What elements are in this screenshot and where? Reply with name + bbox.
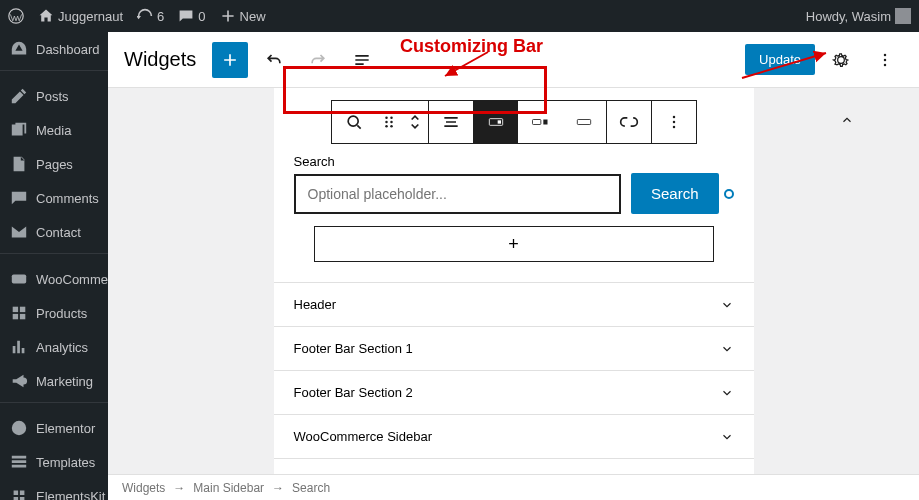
sidebar-item-posts[interactable]: Posts: [0, 79, 108, 113]
button-inside-option[interactable]: [474, 101, 518, 143]
svg-point-25: [672, 121, 675, 124]
chevron-down-icon: [720, 386, 734, 400]
block-toolbar: [331, 100, 697, 144]
list-view-button[interactable]: [344, 42, 380, 78]
area-header[interactable]: Header: [274, 282, 754, 326]
annotation-label: Customizing Bar: [400, 36, 543, 57]
updates-count: 6: [157, 9, 164, 24]
svg-rect-22: [543, 120, 547, 125]
editor-main: Widgets Update: [108, 32, 919, 500]
sidebar-label: Templates: [36, 455, 95, 470]
sidebar-item-comments[interactable]: Comments: [0, 181, 108, 215]
sidebar-label: Dashboard: [36, 42, 100, 57]
search-label[interactable]: Search: [294, 154, 734, 169]
svg-point-15: [385, 121, 388, 124]
sidebar-item-elementskit[interactable]: ElementsKit: [0, 479, 108, 500]
svg-point-16: [390, 121, 393, 124]
sidebar-item-products[interactable]: Products: [0, 296, 108, 330]
sidebar-item-woocommerce[interactable]: WooCommerce: [0, 262, 108, 296]
area-woo-sidebar[interactable]: WooCommerce Sidebar: [274, 414, 754, 458]
updates-link[interactable]: 6: [137, 8, 164, 24]
sidebar-item-analytics[interactable]: Analytics: [0, 330, 108, 364]
comments-link[interactable]: 0: [178, 8, 205, 24]
resize-handle[interactable]: [724, 189, 734, 199]
search-block: Search Optional placeholder... Search +: [274, 154, 754, 262]
undo-button[interactable]: [256, 42, 292, 78]
block-type-button[interactable]: [332, 101, 376, 143]
svg-point-9: [884, 53, 887, 56]
svg-point-26: [672, 126, 675, 129]
sidebar-label: Elementor: [36, 421, 95, 436]
area-label: Footer Bar Section 1: [294, 341, 413, 356]
settings-button[interactable]: [823, 42, 859, 78]
svg-rect-21: [532, 120, 540, 125]
update-button[interactable]: Update: [745, 44, 815, 75]
site-link[interactable]: Juggernaut: [38, 8, 123, 24]
adminbar: Juggernaut 6 0 New Howdy, Wasim: [0, 0, 919, 32]
move-up-down-button[interactable]: [402, 101, 428, 143]
svg-point-18: [390, 125, 393, 128]
sidebar-item-dashboard[interactable]: Dashboard: [0, 32, 108, 66]
sidebar-label: Comments: [36, 191, 99, 206]
more-options-button[interactable]: [867, 42, 903, 78]
sidebar-item-contact[interactable]: Contact: [0, 215, 108, 249]
sidebar-item-marketing[interactable]: Marketing: [0, 364, 108, 398]
editor-body: Search Optional placeholder... Search + …: [108, 88, 919, 500]
avatar: [895, 8, 911, 24]
area-label: Header: [294, 297, 337, 312]
svg-rect-5: [20, 314, 25, 319]
svg-rect-20: [497, 120, 500, 123]
sidebar-item-templates[interactable]: Templates: [0, 445, 108, 479]
sidebar-label: ElementsKit: [36, 489, 105, 501]
new-link[interactable]: New: [220, 8, 266, 24]
wp-logo[interactable]: [8, 8, 24, 24]
area-label: WooCommerce Sidebar: [294, 429, 432, 444]
add-block-inline-button[interactable]: +: [314, 226, 714, 262]
chevron-down-icon: [720, 430, 734, 444]
chevron-down-icon: [720, 298, 734, 312]
svg-rect-3: [20, 307, 25, 312]
add-block-button[interactable]: [212, 42, 248, 78]
chevron-down-icon: [720, 342, 734, 356]
area-footer-1[interactable]: Footer Bar Section 1: [274, 326, 754, 370]
area-label: Footer Bar Section 2: [294, 385, 413, 400]
sidebar-item-media[interactable]: Media: [0, 113, 108, 147]
svg-point-10: [884, 58, 887, 61]
area-footer-2[interactable]: Footer Bar Section 2: [274, 370, 754, 414]
greeting-text: Howdy, Wasim: [806, 9, 891, 24]
svg-rect-2: [13, 307, 18, 312]
search-submit-button[interactable]: Search: [631, 173, 719, 214]
svg-point-17: [385, 125, 388, 128]
new-label: New: [240, 9, 266, 24]
svg-point-12: [348, 116, 358, 126]
sidebar-label: WooCommerce: [36, 272, 108, 287]
redo-button[interactable]: [300, 42, 336, 78]
svg-rect-4: [13, 314, 18, 319]
sidebar-label: Analytics: [36, 340, 88, 355]
button-outside-option[interactable]: [518, 101, 562, 143]
sidebar-item-pages[interactable]: Pages: [0, 147, 108, 181]
no-button-option[interactable]: [562, 101, 606, 143]
collapse-area-button[interactable]: [835, 108, 859, 132]
sidebar-label: Media: [36, 123, 71, 138]
sidebar-label: Marketing: [36, 374, 93, 389]
block-more-button[interactable]: [652, 101, 696, 143]
crumb-item[interactable]: Widgets: [122, 481, 165, 495]
search-placeholder-input[interactable]: Optional placeholder...: [294, 174, 621, 214]
svg-point-14: [390, 117, 393, 120]
crumb-item[interactable]: Search: [292, 481, 330, 495]
sidebar-label: Products: [36, 306, 87, 321]
comments-count: 0: [198, 9, 205, 24]
sidebar-item-elementor[interactable]: Elementor: [0, 411, 108, 445]
sidebar-label: Posts: [36, 89, 69, 104]
drag-handle[interactable]: [376, 101, 402, 143]
align-button[interactable]: [429, 101, 473, 143]
svg-rect-23: [577, 120, 590, 125]
user-greeting[interactable]: Howdy, Wasim: [806, 8, 911, 24]
svg-rect-1: [12, 275, 26, 284]
svg-point-6: [12, 421, 26, 435]
toggle-label-button[interactable]: [607, 101, 651, 143]
crumb-item[interactable]: Main Sidebar: [193, 481, 264, 495]
sidebar-label: Contact: [36, 225, 81, 240]
page-title: Widgets: [124, 48, 196, 71]
